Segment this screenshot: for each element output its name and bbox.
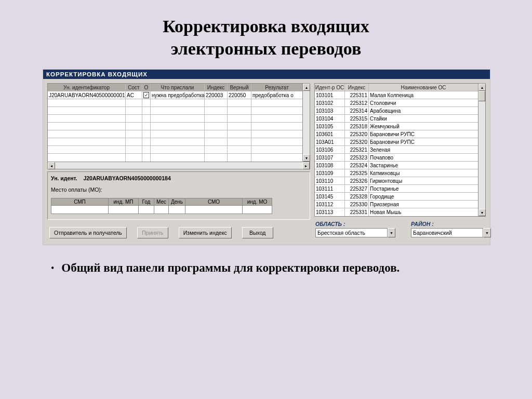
- col-header-index[interactable]: Индекс: [205, 84, 228, 91]
- table-row[interactable]: 103145225328Городище: [315, 193, 478, 201]
- col-header-ident-os[interactable]: Идент-р ОС: [315, 84, 345, 91]
- bullet-text: Общий вид панели программы для корректир…: [61, 261, 400, 276]
- exit-button[interactable]: Выход: [242, 227, 273, 238]
- scroll-down-icon[interactable]: ▾: [478, 209, 486, 216]
- info-ident-value: J20ARUABYAORN4050000000184: [83, 175, 170, 181]
- cell-os-index: 225314: [345, 107, 369, 114]
- cell-os-name: Барановичи РУПС: [369, 138, 478, 145]
- cell-os-id: 103108: [315, 162, 345, 169]
- cell-os-index: 225311: [345, 91, 369, 99]
- table-row[interactable]: 103105225318Жемчужный: [315, 123, 478, 130]
- cell-os-index: 225326: [345, 177, 369, 184]
- table-row[interactable]: 103106225321Зеленая: [315, 146, 478, 154]
- table-row[interactable]: 103103225314Арабовщина: [315, 107, 478, 115]
- table-row[interactable]: 103601225320Барановичи РУПС: [315, 130, 478, 138]
- cell-correct: 220050: [228, 91, 251, 99]
- district-combo[interactable]: ▼: [411, 228, 491, 237]
- cell-os-index: 225327: [345, 185, 369, 192]
- cell-result: предобработка о: [251, 91, 302, 99]
- left-scrollbar-v[interactable]: ▴ ▾: [303, 83, 310, 162]
- table-row[interactable]: 103104225315Стайки: [315, 115, 478, 123]
- mini-h-mes: Мес: [154, 198, 168, 206]
- table-row[interactable]: 103102225312Столовичи: [315, 99, 478, 107]
- cell-os-index: 225323: [345, 154, 369, 161]
- cell-os-index: 225321: [345, 146, 369, 153]
- table-row[interactable]: 103110225326Гирмонтовцы: [315, 177, 478, 185]
- change-index-button[interactable]: Изменить индекс: [179, 227, 232, 238]
- col-header-os-name[interactable]: Наименование ОС: [369, 84, 478, 91]
- cell-os-name: Жемчужный: [369, 123, 478, 130]
- left-grid[interactable]: Ун. идентификатор Сост О Что прислали Ин…: [47, 83, 303, 162]
- slide-title: Корректировка входящих электронных перев…: [0, 0, 532, 69]
- sender-recipient-button[interactable]: Отправитель и получатель: [49, 227, 127, 238]
- chevron-down-icon[interactable]: ▼: [388, 228, 395, 237]
- app-window: КОРРЕКТИРОВКА ВХОДЯЩИХ Ун. идентификатор…: [43, 69, 490, 245]
- cell-os-name: Почапово: [369, 154, 478, 161]
- cell-os-index: 225325: [345, 169, 369, 177]
- col-header-os-index[interactable]: Индекс: [345, 84, 369, 91]
- col-header-sent[interactable]: Что прислали: [151, 84, 205, 91]
- right-grid[interactable]: Идент-р ОС Индекс Наименование ОС 103101…: [314, 83, 478, 217]
- cell-os-id: 103103: [315, 107, 345, 114]
- cell-os-index: 225328: [345, 193, 369, 200]
- table-row[interactable]: 103108225324Застаринье: [315, 162, 478, 169]
- col-header-ident[interactable]: Ун. идентификатор: [48, 84, 126, 91]
- region-combo[interactable]: ▼: [315, 228, 395, 237]
- cell-os-name: Столовичи: [369, 99, 478, 107]
- table-row[interactable]: 103112225330Приозерная: [315, 201, 478, 208]
- cell-os-id: 103145: [315, 193, 345, 200]
- col-header-result[interactable]: Результат: [251, 84, 302, 91]
- chevron-down-icon[interactable]: ▼: [483, 228, 491, 237]
- col-header-o[interactable]: О: [142, 84, 151, 91]
- col-header-state[interactable]: Сост: [126, 84, 142, 91]
- table-row[interactable]: 103111225327Постаринье: [315, 185, 478, 193]
- cell-o[interactable]: ✓: [142, 91, 151, 99]
- cell-os-id: 103109: [315, 169, 345, 177]
- cell-os-name: Новая Мышь: [369, 208, 478, 216]
- region-label: ОБЛАСТЬ :: [315, 221, 395, 227]
- cell-os-index: 225330: [345, 201, 369, 208]
- district-label: РАЙОН :: [411, 221, 491, 227]
- district-input[interactable]: [411, 228, 483, 237]
- left-scrollbar-h[interactable]: ◂ ▸: [47, 162, 310, 169]
- buttons-row: Отправитель и получатель Принять Изменит…: [47, 227, 310, 240]
- cell-os-index: 225320: [345, 138, 369, 145]
- info-mo-label: Место оплаты (МО):: [51, 187, 307, 193]
- accept-button[interactable]: Принять: [137, 227, 168, 238]
- table-row[interactable]: 103113225331Новая Мышь: [315, 208, 478, 216]
- cell-os-name: Постаринье: [369, 185, 478, 192]
- title-line-1: Корректировка входящих: [0, 16, 532, 38]
- bullet-dot-icon: •: [51, 261, 54, 276]
- mini-h-indmo: инд. МО: [243, 198, 272, 206]
- table-row[interactable]: 103A01225320Барановичи РУПС: [315, 138, 478, 146]
- col-header-correct[interactable]: Верный: [228, 84, 251, 91]
- cell-os-id: 103106: [315, 146, 345, 153]
- info-panel: Ун. идент. J20ARUABYAORN4050000000184 Ме…: [47, 171, 310, 220]
- cell-sent: нужна предобработка: [151, 91, 205, 99]
- scroll-left-icon[interactable]: ◂: [48, 162, 55, 169]
- mini-h-smo: СМО: [185, 198, 242, 206]
- cell-os-index: 225320: [345, 130, 369, 138]
- cell-os-name: Зеленая: [369, 146, 478, 153]
- checkbox-icon[interactable]: ✓: [143, 92, 149, 98]
- scroll-up-icon[interactable]: ▴: [478, 84, 486, 91]
- region-input[interactable]: [315, 228, 388, 237]
- cell-os-name: Стайки: [369, 115, 478, 122]
- right-scrollbar-v[interactable]: ▴ ▾: [478, 83, 486, 217]
- scroll-down-icon[interactable]: ▾: [303, 154, 310, 162]
- cell-os-id: 103112: [315, 201, 345, 208]
- info-ident-label: Ун. идент.: [51, 175, 77, 181]
- table-row[interactable]: 103109225325Катминовцы: [315, 169, 478, 177]
- title-line-2: электронных переводов: [0, 38, 532, 60]
- scroll-right-icon[interactable]: ▸: [302, 162, 310, 169]
- cell-os-name: Барановичи РУПС: [369, 130, 478, 138]
- cell-os-index: 225315: [345, 115, 369, 122]
- table-row[interactable]: J20ARUABYAORN4050000000184 AC ✓ нужна пр…: [48, 91, 302, 99]
- cell-index: 220003: [205, 91, 228, 99]
- cell-os-name: Застаринье: [369, 162, 478, 169]
- scroll-up-icon[interactable]: ▴: [303, 84, 310, 91]
- table-row[interactable]: 103107225323Почапово: [315, 154, 478, 162]
- table-row[interactable]: 103101225311Малая Колпеница: [315, 91, 478, 99]
- cell-os-id: 103111: [315, 185, 345, 192]
- filter-row: ОБЛАСТЬ : ▼ РАЙОН : ▼: [314, 221, 486, 237]
